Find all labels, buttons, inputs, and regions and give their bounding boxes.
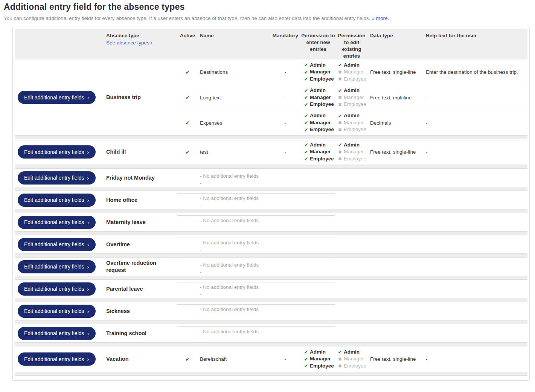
edit-additional-entry-fields-button[interactable]: Edit additional entry fields› <box>18 194 96 207</box>
help-text-value: - <box>424 148 527 156</box>
no-fields-text: - No additional entry fields <box>200 239 335 246</box>
permission-admin: ✔Admin <box>304 87 335 94</box>
chevron-right-icon: › <box>87 175 89 181</box>
mandatory-value: - <box>270 95 301 101</box>
edit-additional-entry-fields-button[interactable]: Edit additional entry fields› <box>18 260 96 273</box>
edit-additional-entry-fields-button[interactable]: Edit additional entry fields› <box>18 305 96 318</box>
entry-field-row: ✔Bereitschaft-✔Admin✔Manager✔Employee✔Ad… <box>177 346 527 372</box>
permission-manager: ✖Manager <box>338 148 368 156</box>
group-separator <box>15 135 527 139</box>
permission-employee: ✔Employee <box>304 101 335 108</box>
absence-type-row: Edit additional entry fields›Overtime re… <box>15 258 527 276</box>
absence-type-row: Edit additional entry fields›Sickness- N… <box>15 302 527 320</box>
permission-role-label: Employee <box>344 156 366 163</box>
edit-button-cell: Edit additional entry fields› <box>15 238 104 251</box>
permission-role-label: Manager <box>310 69 331 76</box>
header-data-type: Data type <box>368 32 424 39</box>
chevron-right-icon: › <box>87 197 89 203</box>
permission-role-label: Manager <box>344 148 364 156</box>
check-icon: ✔ <box>338 350 342 354</box>
no-fields-cell: - No additional entry fields- <box>177 258 527 276</box>
permission-role-label: Manager <box>344 69 364 76</box>
entry-field-name: Destinations <box>198 69 270 75</box>
permission-employee: ✖Employee <box>338 363 368 370</box>
absence-type-cell: Sickness <box>104 308 177 315</box>
edit-additional-entry-fields-button[interactable]: Edit additional entry fields› <box>18 352 96 366</box>
no-fields-message: - No additional entry fields- <box>177 282 335 298</box>
check-icon: ✔ <box>304 102 308 107</box>
no-fields-cell: - No additional entry fields- <box>177 324 527 342</box>
check-icon: ✔ <box>304 143 308 147</box>
edit-additional-entry-fields-button[interactable]: Edit additional entry fields› <box>18 216 96 229</box>
no-fields-text: - No additional entry fields <box>200 284 335 291</box>
active-cell: ✔ <box>177 119 198 126</box>
mandatory-value: - <box>270 356 301 362</box>
absence-type-cell: Child ill <box>104 148 177 156</box>
entry-fields-cell: - No additional entry fields- <box>177 235 527 253</box>
absence-type-row: Edit additional entry fields›Training sc… <box>15 324 527 342</box>
entry-field-name: Long text <box>198 95 270 101</box>
no-fields-message: - No additional entry fields- <box>177 304 335 320</box>
absence-type-cell: Parental leave <box>104 285 177 293</box>
permission-role-label: Admin <box>310 62 326 69</box>
no-fields-cell: - No additional entry fields- <box>177 235 527 253</box>
absence-type-row: Edit additional entry fields›Child ill✔t… <box>15 139 527 165</box>
absence-type-name: Friday not Monday <box>106 175 155 181</box>
edit-button-cell: Edit additional entry fields› <box>15 327 104 340</box>
no-fields-cell: - No additional entry fields- <box>177 213 527 231</box>
entry-field-name: Expenses <box>198 120 270 126</box>
no-fields-text: - No additional entry fields <box>200 217 335 224</box>
absence-type-cell: Vacation <box>104 355 177 363</box>
more-link[interactable]: » more.. <box>372 15 390 21</box>
entry-fields-cell: - No additional entry fields- <box>177 213 527 231</box>
edit-additional-entry-fields-button[interactable]: Edit additional entry fields› <box>18 327 96 340</box>
data-type-value: Free text, single-line <box>368 148 424 156</box>
chevron-right-icon: › <box>87 286 89 292</box>
no-fields-message: - No additional entry fields- <box>177 238 335 253</box>
permission-admin: ✔Admin <box>304 142 335 149</box>
group-separator <box>15 165 527 169</box>
edit-button-label: Edit additional entry fields <box>24 286 84 292</box>
chevron-right-icon: › <box>87 149 89 155</box>
header-absence-type-label: Absence type <box>106 32 177 39</box>
permission-role-label: Manager <box>344 119 364 127</box>
active-cell: ✔ <box>177 356 198 363</box>
header-mandatory: Mandatory <box>270 32 301 39</box>
check-icon: ✔ <box>338 88 342 93</box>
permission-employee: ✔Employee <box>304 156 335 163</box>
absence-type-name: Vacation <box>106 356 129 362</box>
permission-role-label: Admin <box>344 349 360 356</box>
no-fields-text: - No additional entry fields <box>200 261 335 268</box>
permission-role-label: Admin <box>310 112 326 119</box>
entry-fields-cell: ✔test-✔Admin✔Manager✔Employee✔Admin✖Mana… <box>177 139 527 165</box>
permission-role-label: Manager <box>310 355 331 363</box>
edit-button-cell: Edit additional entry fields› <box>15 216 104 229</box>
edit-button-cell: Edit additional entry fields› <box>15 305 104 318</box>
see-absence-types-link[interactable]: See absence types › <box>106 40 152 46</box>
edit-additional-entry-fields-button[interactable]: Edit additional entry fields› <box>18 145 96 159</box>
data-type-value: Decimals <box>368 119 424 127</box>
group-separator <box>15 187 527 191</box>
permission-role-label: Employee <box>344 363 366 370</box>
no-fields-cell: - No additional entry fields- <box>177 280 527 298</box>
header-permission-enter: Permission to enter new entries <box>301 32 335 53</box>
edit-additional-entry-fields-button[interactable]: Edit additional entry fields› <box>18 238 96 251</box>
absence-type-name: Maternity leave <box>106 219 146 225</box>
edit-button-cell: Edit additional entry fields› <box>15 91 104 104</box>
edit-additional-entry-fields-button[interactable]: Edit additional entry fields› <box>18 282 96 296</box>
permission-admin: ✔Admin <box>338 349 368 356</box>
check-icon: ✔ <box>304 157 308 161</box>
chevron-right-icon: › <box>87 331 89 336</box>
entry-fields-cell: - No additional entry fields- <box>177 169 527 187</box>
entry-fields-cell: - No additional entry fields- <box>177 258 527 276</box>
entry-fields-cell: ✔Bereitschaft-✔Admin✔Manager✔Employee✔Ad… <box>177 346 527 372</box>
edit-additional-entry-fields-button[interactable]: Edit additional entry fields› <box>18 91 96 104</box>
group-separator <box>15 253 527 258</box>
absence-type-row: Edit additional entry fields›Business tr… <box>15 59 527 135</box>
edit-button-label: Edit additional entry fields <box>24 149 84 155</box>
permission-manager: ✔Manager <box>304 119 335 127</box>
edit-additional-entry-fields-button[interactable]: Edit additional entry fields› <box>18 171 96 185</box>
help-text-value: - <box>424 355 527 363</box>
absence-type-name: Home office <box>106 197 137 203</box>
mandatory-value: - <box>270 69 301 75</box>
